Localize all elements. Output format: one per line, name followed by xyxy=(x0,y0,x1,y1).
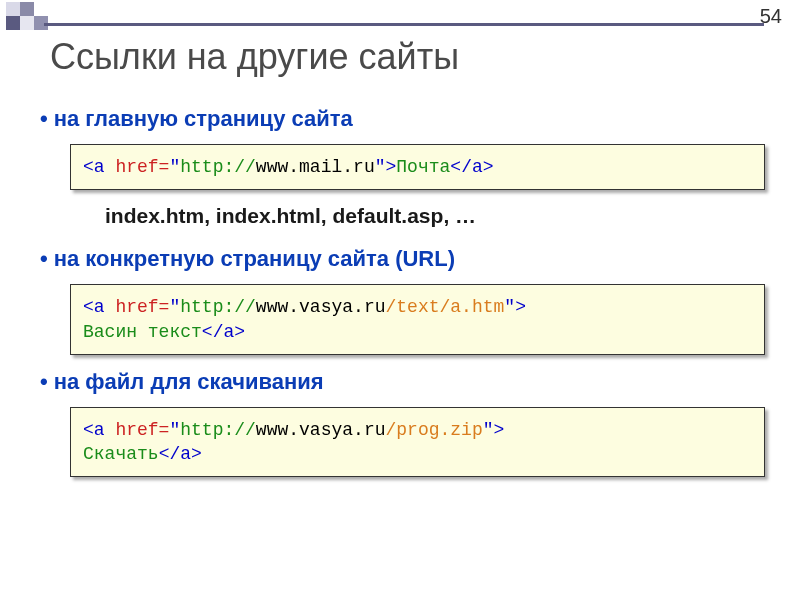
code-path: /text/a.htm xyxy=(385,297,504,317)
code-linktext: Почта xyxy=(396,157,450,177)
code-tag: </a> xyxy=(202,322,245,342)
section1-note: index.htm, index.html, default.asp, … xyxy=(105,204,765,228)
code-tag: > xyxy=(515,297,526,317)
section3-code: <a href="http://www.vasya.ru/prog.zip"> … xyxy=(70,407,765,478)
page-number: 54 xyxy=(760,5,782,28)
code-tag: <a xyxy=(83,157,115,177)
code-quote: " xyxy=(483,420,494,440)
code-tag: > xyxy=(386,157,397,177)
section1-code: <a href="http://www.mail.ru">Почта</a> xyxy=(70,144,765,190)
section2-code: <a href="http://www.vasya.ru/text/a.htm"… xyxy=(70,284,765,355)
code-attr: href= xyxy=(115,420,169,440)
slide-title: Ссылки на другие сайты xyxy=(40,36,765,78)
code-quote: " xyxy=(169,297,180,317)
code-scheme: http:// xyxy=(180,157,256,177)
code-tag: </a> xyxy=(159,444,202,464)
code-quote: " xyxy=(504,297,515,317)
code-tag: <a xyxy=(83,420,115,440)
code-attr: href= xyxy=(115,157,169,177)
section2-heading: на конкретную страницу сайта (URL) xyxy=(40,246,765,272)
code-linktext: Васин текст xyxy=(83,322,202,342)
section3-heading: на файл для скачивания xyxy=(40,369,765,395)
code-scheme: http:// xyxy=(180,420,256,440)
code-path: /prog.zip xyxy=(385,420,482,440)
code-attr: href= xyxy=(115,297,169,317)
code-quote: " xyxy=(169,157,180,177)
code-tag: <a xyxy=(83,297,115,317)
code-tag: </a> xyxy=(450,157,493,177)
section1-heading: на главную страницу сайта xyxy=(40,106,765,132)
code-linktext: Скачать xyxy=(83,444,159,464)
code-quote: " xyxy=(169,420,180,440)
slide-content: Ссылки на другие сайты на главную страни… xyxy=(0,0,800,477)
code-domain: www.mail.ru xyxy=(256,157,375,177)
code-tag: > xyxy=(494,420,505,440)
code-domain: www.vasya.ru xyxy=(256,297,386,317)
code-domain: www.vasya.ru xyxy=(256,420,386,440)
code-quote: " xyxy=(375,157,386,177)
code-scheme: http:// xyxy=(180,297,256,317)
